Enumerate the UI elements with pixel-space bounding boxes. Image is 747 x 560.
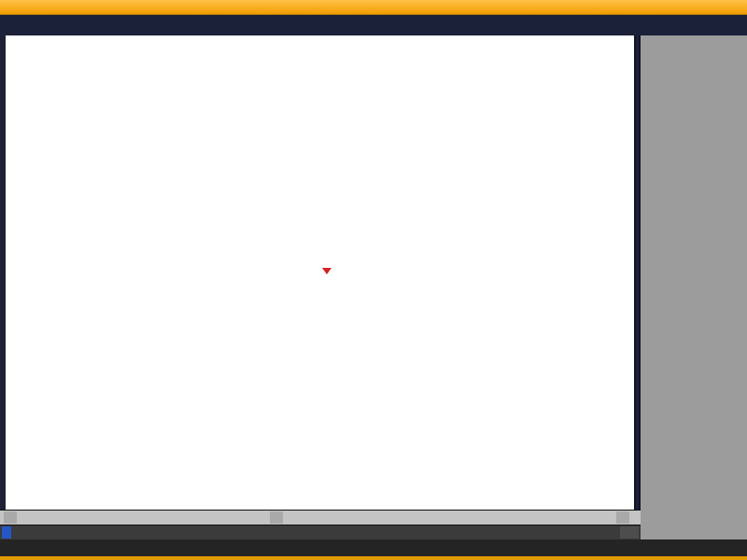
sweep-status-bar bbox=[0, 525, 641, 539]
wb-range-badge bbox=[4, 511, 17, 524]
instrument-screen bbox=[0, 0, 747, 560]
window-strip bbox=[0, 16, 747, 35]
sidebar-menu bbox=[639, 35, 747, 539]
nb-sweep-info bbox=[620, 526, 639, 539]
transient-mode-badge bbox=[2, 526, 11, 539]
trigger-position-marker-icon bbox=[322, 268, 331, 274]
max-input-badge bbox=[270, 511, 283, 524]
range-status-bar bbox=[0, 510, 641, 525]
graph-area-background bbox=[6, 35, 636, 510]
title-bar bbox=[0, 0, 747, 15]
nb-range-badge bbox=[616, 511, 629, 524]
instrument-status-bar bbox=[0, 539, 747, 556]
bottom-accent-strip bbox=[0, 556, 747, 560]
